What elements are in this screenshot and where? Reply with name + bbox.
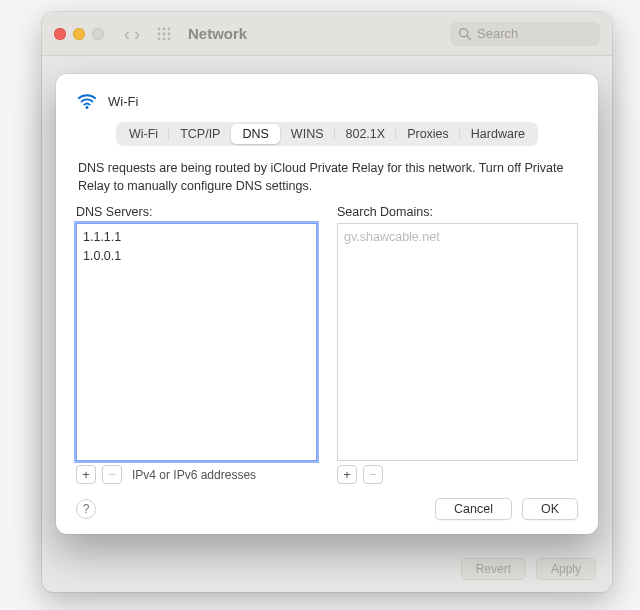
minimize-icon[interactable] xyxy=(73,28,85,40)
tab-wifi[interactable]: Wi-Fi xyxy=(118,124,169,144)
svg-point-6 xyxy=(158,37,161,40)
window-footer: Revert Apply xyxy=(461,558,596,580)
wifi-icon xyxy=(76,90,98,112)
apps-grid-icon[interactable] xyxy=(156,26,172,42)
search-field[interactable]: Search xyxy=(450,22,600,46)
dns-server-entry[interactable]: 1.1.1.1 xyxy=(83,228,310,247)
search-icon xyxy=(458,27,471,40)
search-domains-column: Search Domains: gv.shawcable.net + − xyxy=(337,205,578,484)
window-controls xyxy=(54,28,104,40)
search-domains-label: Search Domains: xyxy=(337,205,578,219)
cancel-button[interactable]: Cancel xyxy=(435,498,512,520)
svg-point-5 xyxy=(168,32,171,35)
svg-point-0 xyxy=(158,27,161,30)
tab-8021x[interactable]: 802.1X xyxy=(335,124,397,144)
forward-button: › xyxy=(134,25,140,43)
domain-remove-button: − xyxy=(363,465,383,484)
svg-point-7 xyxy=(163,37,166,40)
sheet-header: Wi-Fi xyxy=(76,90,578,112)
dns-server-entry[interactable]: 1.0.0.1 xyxy=(83,247,310,266)
svg-line-10 xyxy=(467,36,470,39)
back-button[interactable]: ‹ xyxy=(124,25,130,43)
dns-add-button[interactable]: + xyxy=(76,465,96,484)
private-relay-notice: DNS requests are being routed by iCloud … xyxy=(78,160,576,195)
tab-bar: Wi-FiTCP/IPDNSWINS802.1XProxiesHardware xyxy=(76,122,578,146)
svg-point-3 xyxy=(158,32,161,35)
maximize-icon xyxy=(92,28,104,40)
tab-wins[interactable]: WINS xyxy=(280,124,335,144)
svg-point-11 xyxy=(86,106,89,109)
window-toolbar: ‹ › Network Search xyxy=(42,12,612,56)
svg-point-2 xyxy=(168,27,171,30)
nav-arrows: ‹ › xyxy=(124,25,140,43)
dns-servers-column: DNS Servers: 1.1.1.11.0.0.1 + − IPv4 or … xyxy=(76,205,317,484)
close-icon[interactable] xyxy=(54,28,66,40)
svg-point-1 xyxy=(163,27,166,30)
svg-point-8 xyxy=(168,37,171,40)
search-placeholder: Search xyxy=(477,26,518,41)
dns-servers-label: DNS Servers: xyxy=(76,205,317,219)
domain-add-button[interactable]: + xyxy=(337,465,357,484)
sheet-title: Wi-Fi xyxy=(108,94,138,109)
tab-tcpip[interactable]: TCP/IP xyxy=(169,124,231,144)
tab-proxies[interactable]: Proxies xyxy=(396,124,460,144)
search-domains-list[interactable]: gv.shawcable.net xyxy=(337,223,578,461)
help-button[interactable]: ? xyxy=(76,499,96,519)
window-title: Network xyxy=(188,25,247,42)
dns-servers-list[interactable]: 1.1.1.11.0.0.1 xyxy=(76,223,317,461)
dns-remove-button: − xyxy=(102,465,122,484)
tab-hardware[interactable]: Hardware xyxy=(460,124,536,144)
apply-button: Apply xyxy=(536,558,596,580)
revert-button: Revert xyxy=(461,558,526,580)
search-domain-placeholder: gv.shawcable.net xyxy=(344,228,571,247)
ok-button[interactable]: OK xyxy=(522,498,578,520)
svg-point-4 xyxy=(163,32,166,35)
network-advanced-sheet: Wi-Fi Wi-FiTCP/IPDNSWINS802.1XProxiesHar… xyxy=(56,74,598,534)
tab-dns[interactable]: DNS xyxy=(231,124,279,144)
dns-hint: IPv4 or IPv6 addresses xyxy=(132,468,256,482)
sheet-footer: ? Cancel OK xyxy=(76,498,578,520)
